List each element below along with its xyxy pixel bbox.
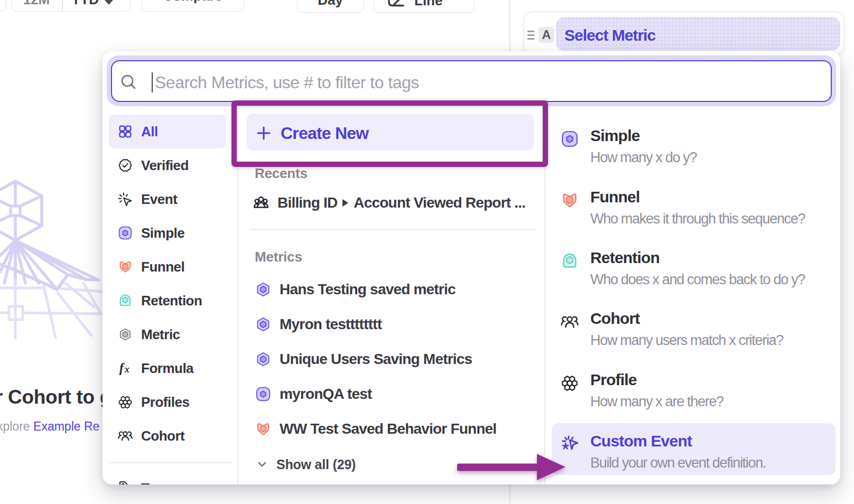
- svg-text:x: x: [124, 364, 129, 375]
